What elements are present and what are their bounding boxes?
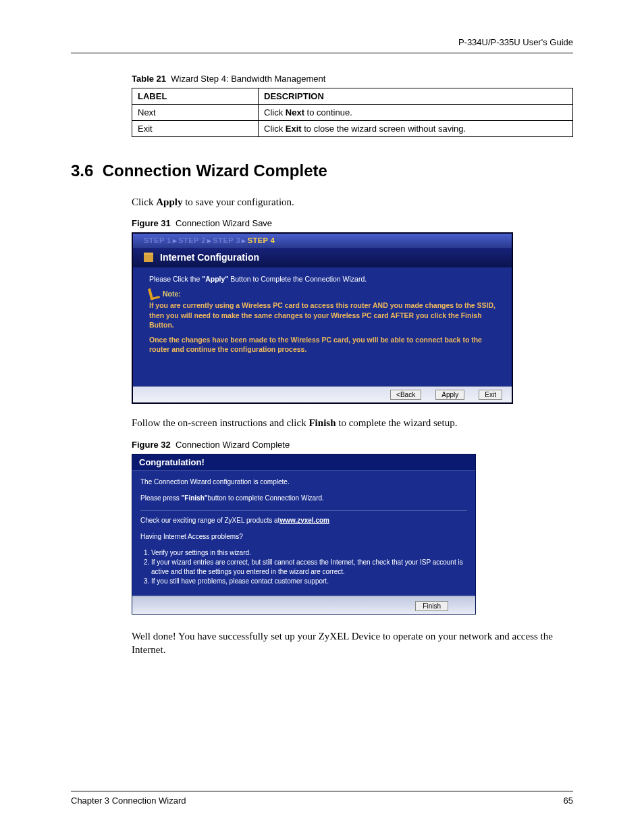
- footer-page-number: 65: [564, 796, 573, 806]
- table-row: Exit Click Exit to close the wizard scre…: [132, 121, 573, 137]
- table-row: Next Click Next to continue.: [132, 105, 573, 121]
- wizard-title-text: Internet Configuration: [160, 252, 259, 263]
- wizard-step-bar: STEP 1▸STEP 2▸STEP 3▸STEP 4: [133, 234, 512, 248]
- cong-line3: Check our exciting range of ZyXEL produc…: [140, 516, 467, 525]
- closing-paragraph: Well done! You have successfully set up …: [132, 629, 573, 657]
- congratulation-title: Congratulation!: [132, 454, 475, 471]
- wizard-body: Please Click the "Apply" Button to Compl…: [133, 267, 512, 386]
- table21-caption-text: Wizard Step 4: Bandwidth Management: [171, 74, 325, 84]
- mid-paragraph: Follow the on-screen instructions and cl…: [132, 416, 573, 429]
- congratulation-body: The Connection Wizard configuration is c…: [132, 471, 475, 596]
- list-item: If your wizard entries are correct, but …: [151, 558, 467, 577]
- exit-button[interactable]: Exit: [479, 390, 502, 400]
- section-number: 3.6: [71, 161, 93, 180]
- section-heading: 3.6 Connection Wizard Complete: [71, 161, 573, 180]
- wizard-step-active: STEP 4: [248, 236, 275, 244]
- figure32-caption: Figure 32 Connection Wizard Complete: [132, 440, 573, 450]
- list-item: If you still have problems, please conta…: [151, 577, 467, 586]
- footer-chapter: Chapter 3 Connection Wizard: [71, 796, 186, 806]
- row0-label: Next: [132, 105, 259, 121]
- note-p2: Once the changes have been made to the W…: [149, 335, 495, 354]
- row1-desc: Click Exit to close the wizard screen wi…: [259, 121, 573, 137]
- divider: [140, 510, 467, 511]
- section-title: Connection Wizard Complete: [103, 161, 327, 180]
- cong-line4: Having Internet Access problems?: [140, 532, 467, 542]
- row0-desc: Click Next to continue.: [259, 105, 573, 121]
- zyxel-link[interactable]: www.zyxel.com: [279, 517, 329, 524]
- finish-button[interactable]: Finish: [415, 601, 448, 611]
- running-header: P-334U/P-335U User's Guide: [71, 37, 573, 47]
- apply-button[interactable]: Apply: [435, 390, 464, 400]
- row1-label: Exit: [132, 121, 259, 137]
- note-p1: If you are currently using a Wireless PC…: [149, 301, 495, 330]
- figure32: Congratulation! The Connection Wizard co…: [132, 454, 476, 615]
- figure31-caption: Figure 31 Connection Wizard Save: [132, 218, 573, 228]
- section-p1: Click Apply to save your configuration.: [132, 195, 573, 209]
- wizard-button-bar: <Back Apply Exit: [133, 386, 512, 402]
- cong-button-bar: Finish: [132, 596, 475, 614]
- table21-col-desc: DESCRIPTION: [259, 88, 573, 105]
- table21-caption: Table 21 Wizard Step 4: Bandwidth Manage…: [132, 74, 573, 84]
- table21-col-label: LABEL: [132, 88, 259, 105]
- cong-line1: The Connection Wizard configuration is c…: [140, 477, 467, 487]
- wizard-title-bar: Internet Configuration: [133, 248, 512, 267]
- troubleshoot-list: Verify your settings in this wizard. If …: [140, 548, 467, 586]
- table21: LABEL DESCRIPTION Next Click Next to con…: [132, 88, 573, 137]
- list-item: Verify your settings in this wizard.: [151, 548, 467, 558]
- folder-icon: [144, 253, 153, 262]
- note-icon: [148, 287, 160, 301]
- figure31: STEP 1▸STEP 2▸STEP 3▸STEP 4 Internet Con…: [132, 232, 513, 404]
- table21-caption-bold: Table 21: [132, 74, 166, 84]
- page-footer: Chapter 3 Connection Wizard 65: [71, 791, 573, 806]
- back-button[interactable]: <Back: [390, 390, 421, 400]
- cong-line2: Please press "Finish"button to complete …: [140, 494, 467, 503]
- note-label: Note:: [163, 289, 181, 298]
- header-rule: [71, 53, 573, 53]
